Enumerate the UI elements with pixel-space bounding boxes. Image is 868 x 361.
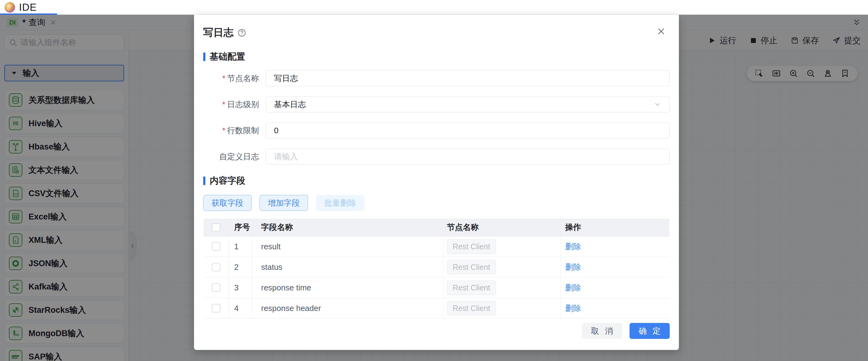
form-row-row-limit: *行数限制 xyxy=(203,122,670,138)
col-field-name: 字段名称 xyxy=(252,219,443,236)
required-mark: * xyxy=(222,100,225,109)
log-level-label: 日志级别 xyxy=(227,100,259,109)
node-name-tag: Rest Client xyxy=(447,281,496,295)
required-mark: * xyxy=(222,126,225,135)
basic-config-form: *节点名称 *日志级别 基本日志 *行数限制 自定义日志 xyxy=(203,70,670,165)
batch-delete-button[interactable]: 批量删除 xyxy=(316,195,365,211)
row-checkbox[interactable] xyxy=(212,263,220,271)
cell-index: 2 xyxy=(229,257,252,277)
cell-field-name: status xyxy=(252,257,443,277)
delete-link[interactable]: 删除 xyxy=(565,282,581,293)
required-mark: * xyxy=(222,74,225,83)
table-row: 4 response header Rest Client 删除 xyxy=(204,298,670,318)
app-header: IDE xyxy=(0,0,868,15)
close-icon[interactable] xyxy=(656,26,666,37)
delete-link[interactable]: 删除 xyxy=(565,241,581,252)
node-name-label: 节点名称 xyxy=(227,74,259,83)
cancel-button[interactable]: 取 消 xyxy=(582,323,622,339)
cell-index: 3 xyxy=(229,278,252,298)
node-name-input[interactable] xyxy=(266,70,670,86)
modal-header: 写日志 xyxy=(194,15,679,43)
fields-table: 序号 字段名称 节点名称 操作 1 result Rest Client 删除 … xyxy=(203,218,670,319)
cell-field-name: response header xyxy=(252,298,443,318)
delete-link[interactable]: 删除 xyxy=(565,262,581,273)
row-checkbox[interactable] xyxy=(212,304,220,312)
table-row: 1 result Rest Client 删除 xyxy=(204,237,670,257)
select-all-checkbox[interactable] xyxy=(212,223,220,232)
cell-field-name: response time xyxy=(252,278,443,298)
table-row: 3 response time Rest Client 删除 xyxy=(204,278,670,298)
node-name-tag: Rest Client xyxy=(447,240,496,254)
table-header-row: 序号 字段名称 节点名称 操作 xyxy=(204,219,670,237)
help-icon[interactable] xyxy=(237,28,246,37)
col-operation: 操作 xyxy=(561,219,670,236)
section-content-fields: 内容字段 xyxy=(203,175,670,187)
form-row-node-name: *节点名称 xyxy=(203,70,670,86)
confirm-button[interactable]: 确 定 xyxy=(629,323,670,339)
modal-footer: 取 消 确 定 xyxy=(582,323,670,339)
modal-title: 写日志 xyxy=(203,26,234,39)
write-log-modal: 写日志 基础配置 *节点名称 *日志级别 基本 xyxy=(194,15,679,350)
custom-log-label: 自定义日志 xyxy=(219,152,259,161)
node-name-tag: Rest Client xyxy=(447,260,496,274)
cell-field-name: result xyxy=(252,237,443,257)
row-limit-input[interactable] xyxy=(266,122,670,138)
add-field-button[interactable]: 增加字段 xyxy=(259,195,308,211)
form-row-custom-log: 自定义日志 xyxy=(203,148,670,165)
chevron-down-icon xyxy=(653,101,661,108)
log-level-value: 基本日志 xyxy=(274,99,306,110)
row-limit-label: 行数限制 xyxy=(227,126,259,135)
field-actions: 获取字段 增加字段 批量删除 xyxy=(203,195,670,211)
row-checkbox[interactable] xyxy=(212,242,220,251)
row-checkbox[interactable] xyxy=(212,283,220,292)
modal-body: 基础配置 *节点名称 *日志级别 基本日志 *行数限制 xyxy=(194,51,679,319)
custom-log-input[interactable] xyxy=(266,148,670,165)
section-accent-bar xyxy=(203,53,205,61)
section-basic-config: 基础配置 xyxy=(203,51,670,63)
col-index: 序号 xyxy=(229,219,252,236)
table-row: 2 status Rest Client 删除 xyxy=(204,257,670,278)
cell-index: 4 xyxy=(229,298,252,318)
page: IDE DI * 查询 输入 xyxy=(0,0,868,361)
log-level-select[interactable]: 基本日志 xyxy=(266,96,670,112)
fetch-fields-button[interactable]: 获取字段 xyxy=(203,195,252,211)
delete-link[interactable]: 删除 xyxy=(565,303,581,314)
app-logo-icon xyxy=(4,2,15,13)
form-row-log-level: *日志级别 基本日志 xyxy=(203,96,670,112)
node-name-tag: Rest Client xyxy=(447,301,496,315)
app-title: IDE xyxy=(19,2,37,13)
cell-index: 1 xyxy=(229,237,252,257)
section-accent-bar xyxy=(203,176,205,185)
col-node-name: 节点名称 xyxy=(443,219,561,236)
